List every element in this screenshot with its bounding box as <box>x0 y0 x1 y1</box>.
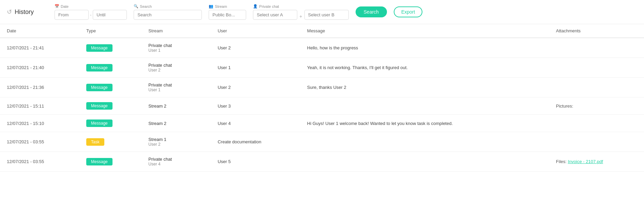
stream-user: User 2 <box>148 68 204 73</box>
user-a-select[interactable] <box>253 10 297 20</box>
cell-stream: Private chatUser 1 <box>141 78 211 97</box>
cell-attachments <box>549 38 644 58</box>
stream-user: User 1 <box>148 48 204 53</box>
col-date: Date <box>0 24 79 38</box>
attachment-link[interactable]: Invoice - 2107.pdf <box>568 159 603 164</box>
search-button[interactable]: Search <box>356 6 387 17</box>
stream-icon: 👥 <box>209 4 213 9</box>
cell-user: User 3 <box>211 97 300 115</box>
cell-attachments <box>549 115 644 132</box>
header: ↺ History 📅 Date - 🔍 Search 👥 Stream 👤 P… <box>0 0 644 24</box>
stream-name: Private chat <box>148 43 204 48</box>
cell-stream: Private chatUser 4 <box>141 152 211 172</box>
private-chat-filter-group: 👤 Private chat + <box>253 4 348 20</box>
cell-message <box>300 132 549 152</box>
cell-user: User 1 <box>211 58 300 78</box>
private-chat-label: 👤 Private chat <box>253 4 348 9</box>
stream-name: Stream 2 <box>148 103 204 109</box>
table-row: 12/07/2021 - 03:55TaskStream 1User 2Crea… <box>0 132 644 152</box>
type-badge: Message <box>86 44 113 52</box>
cell-type: Message <box>79 152 141 172</box>
cell-date: 12/07/2021 - 21:41 <box>0 38 79 58</box>
cell-stream: Private chatUser 2 <box>141 58 211 78</box>
search-icon: 🔍 <box>134 4 138 9</box>
cell-date: 12/07/2021 - 15:10 <box>0 115 79 132</box>
cell-type: Message <box>79 38 141 58</box>
type-badge: Message <box>86 84 113 91</box>
search-filter-group: 🔍 Search <box>134 4 202 20</box>
stream-name: Stream 2 <box>148 121 204 126</box>
table-row: 12/07/2021 - 21:40MessagePrivate chatUse… <box>0 58 644 78</box>
cell-stream: Stream 2 <box>141 115 211 132</box>
col-message: Message <box>300 24 549 38</box>
cell-attachments <box>549 132 644 152</box>
table-body: 12/07/2021 - 21:41MessagePrivate chatUse… <box>0 38 644 172</box>
calendar-icon: 📅 <box>55 4 59 9</box>
type-badge: Message <box>86 120 113 127</box>
table-row: 12/07/2021 - 03:55MessagePrivate chatUse… <box>0 152 644 172</box>
person-icon: 👤 <box>253 4 258 9</box>
stream-select[interactable] <box>209 10 246 20</box>
cell-date: 12/07/2021 - 21:36 <box>0 78 79 97</box>
cell-type: Message <box>79 58 141 78</box>
cell-attachments: Pictures: <box>549 97 644 115</box>
cell-stream: Stream 2 <box>141 97 211 115</box>
cell-attachments: Files: Invoice - 2107.pdf <box>549 152 644 172</box>
private-chat-users: + <box>253 10 348 20</box>
cell-attachments <box>549 58 644 78</box>
col-attachments: Attachments <box>549 24 644 38</box>
cell-type: Message <box>79 115 141 132</box>
stream-user: User 1 <box>148 87 204 92</box>
cell-message: Sure, thanks User 2 <box>300 78 549 97</box>
table-row: 12/07/2021 - 21:36MessagePrivate chatUse… <box>0 78 644 97</box>
stream-label: 👥 Stream <box>209 4 246 9</box>
date-range: - <box>55 10 127 20</box>
stream-name: Private chat <box>148 63 204 68</box>
cell-user: User 2 <box>211 38 300 58</box>
cell-type: Message <box>79 97 141 115</box>
cell-user: User 2 <box>211 78 300 97</box>
cell-message: Hi Guys! User 1 welcome back! Wanted to … <box>300 115 549 132</box>
type-badge: Message <box>86 64 113 71</box>
cell-stream: Private chatUser 1 <box>141 38 211 58</box>
type-badge: Message <box>86 158 113 165</box>
history-table-container: Date Type Stream User Message Attachment… <box>0 24 644 172</box>
cell-date: 12/07/2021 - 03:55 <box>0 152 79 172</box>
page-title: History <box>15 9 34 16</box>
cell-message <box>300 152 549 172</box>
stream-filter-group: 👥 Stream <box>209 4 246 20</box>
col-user: User <box>211 24 300 38</box>
history-title: ↺ History <box>7 8 48 16</box>
search-input[interactable] <box>134 10 202 20</box>
cell-stream: Stream 1User 2 <box>141 132 211 152</box>
stream-user: User 2 <box>148 142 204 147</box>
cell-type: Message <box>79 78 141 97</box>
cell-user: User 4 <box>211 115 300 132</box>
col-type: Type <box>79 24 141 38</box>
date-until-input[interactable] <box>93 10 127 20</box>
cell-message <box>300 97 549 115</box>
history-table: Date Type Stream User Message Attachment… <box>0 24 644 172</box>
export-button[interactable]: Export <box>394 6 422 17</box>
cell-message: Hello, how is the progress <box>300 38 549 58</box>
cell-message: Yeah, it is not working. Thanks, I'll ge… <box>300 58 549 78</box>
user-b-select[interactable] <box>304 10 349 20</box>
search-label: 🔍 Search <box>134 4 202 9</box>
date-separator: - <box>90 12 91 17</box>
cell-user: User 5 <box>211 152 300 172</box>
cell-attachments <box>549 78 644 97</box>
stream-name: Stream 1 <box>148 137 204 142</box>
date-filter-group: 📅 Date - <box>55 4 127 20</box>
table-row: 12/07/2021 - 15:11MessageStream 2User 3P… <box>0 97 644 115</box>
stream-name: Private chat <box>148 82 204 87</box>
attachment-label: Pictures: <box>556 103 573 109</box>
plus-icon: + <box>299 14 302 19</box>
stream-name: Private chat <box>148 157 204 162</box>
history-icon: ↺ <box>7 8 12 16</box>
table-row: 12/07/2021 - 21:41MessagePrivate chatUse… <box>0 38 644 58</box>
stream-user: User 4 <box>148 162 204 166</box>
cell-date: 12/07/2021 - 21:40 <box>0 58 79 78</box>
cell-date: 12/07/2021 - 03:55 <box>0 132 79 152</box>
date-from-input[interactable] <box>55 10 89 20</box>
cell-type: Task <box>79 132 141 152</box>
